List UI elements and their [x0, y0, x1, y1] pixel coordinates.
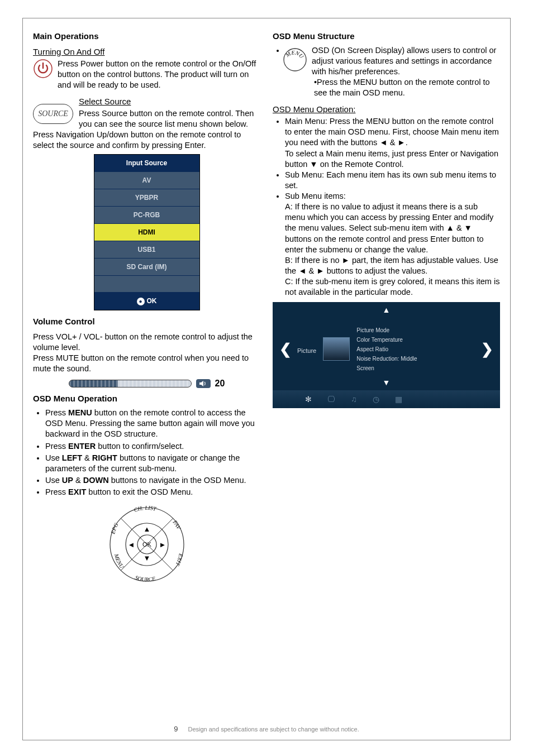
osd-preview-item: Picture Mode [356, 326, 417, 335]
osd-down-arrow-icon: ▼ [383, 378, 391, 387]
osd-preview-item: Aspect Ratio [356, 344, 417, 354]
osd-left-arrow-icon: ❮ [279, 341, 292, 358]
osd-structure-intro-list: MENU OSD (On Screen Display) allows user… [273, 45, 500, 99]
source-item-av: AV [94, 171, 199, 189]
osd-tab-display-icon: 🖵 [327, 395, 335, 404]
osd-preview-item: Screen [356, 363, 417, 373]
remote-chlist-label: CH. LIST [133, 505, 158, 513]
turning-on-off-heading: Turning On And Off [33, 46, 260, 58]
source-item-usb1: USB1 [94, 241, 199, 258]
osd-thumbnail-icon [323, 337, 350, 361]
osd-preview-panel: ▲ ❮ Picture Picture Mode Color Temperatu… [273, 302, 500, 408]
svg-text:◄: ◄ [127, 540, 135, 549]
osd-tab-picture-icon: ✻ [305, 395, 312, 404]
volume-value: 20 [215, 379, 225, 389]
source-item-sdcard: SD Card (IM) [94, 258, 199, 275]
osd-operation-list: Press MENU button on the remote control … [33, 408, 260, 497]
osd-op2-sub-menu-items: Sub Menu items: A: If there is no value … [285, 191, 500, 298]
select-source-heading: Select Source [79, 96, 260, 107]
svg-text:SOURCE: SOURCE [134, 575, 156, 583]
source-button-icon: SOURCE [33, 104, 73, 124]
osd-menu-operation-heading: OSD Menu Operation [33, 393, 260, 404]
input-source-menu: Input Source AV YPBPR PC-RGB HDMI USB1 S… [94, 154, 200, 310]
osd-menu-operation-heading-2: OSD Menu Operation: [273, 104, 500, 115]
svg-text:▼: ▼ [143, 554, 150, 562]
osd-preview-item: Color Temperature [356, 335, 417, 344]
osd-op2-main-menu: Main Menu: Press the MENU button on the … [285, 116, 500, 170]
volume-text-2: volume level. [33, 342, 260, 353]
source-item-blank [94, 275, 199, 292]
left-column: Main Operations Turning On And Off Press… [33, 31, 260, 721]
main-operations-heading: Main Operations [33, 31, 260, 42]
volume-text-3: Press MUTE button on the remote control … [33, 353, 260, 374]
volume-speaker-icon [196, 379, 211, 388]
remote-nav-cluster-icon: OK ▲ ▼ ◄ ► CH. LIST FAV E [97, 501, 197, 587]
page-footer: 9 Design and specifications are subject … [33, 721, 500, 733]
power-icon [33, 59, 53, 80]
right-column: OSD Menu Structure MENU OSD (On Screen D… [273, 31, 500, 721]
page-number: 9 [174, 725, 178, 733]
source-ok-row: ●OK [94, 292, 199, 310]
turning-block: Press Power button on the remote control… [33, 59, 260, 90]
svg-text:▲: ▲ [143, 525, 150, 533]
remote-source-label: SOURCE [134, 575, 156, 583]
turning-text: Press Power button on the remote control… [33, 59, 260, 90]
volume-control-heading: Volume Control [33, 316, 260, 327]
osd-op-item-left-right: Use LEFT & RIGHT buttons to navigate or … [45, 453, 260, 474]
source-item-pc-rgb: PC-RGB [94, 206, 199, 223]
footer-disclaimer: Design and specifications are subject to… [188, 726, 359, 733]
osd-operation-list-2: Main Menu: Press the MENU button on the … [273, 116, 500, 298]
osd-right-arrow-icon: ❯ [481, 341, 493, 358]
remote-menu-label: MENU [113, 553, 125, 570]
svg-text:MENU: MENU [113, 553, 125, 570]
svg-text:EPG: EPG [109, 522, 119, 535]
osd-menu-structure-heading: OSD Menu Structure [273, 31, 500, 42]
osd-op-item-up-down: Use UP & DOWN buttons to navigate in the… [45, 475, 260, 486]
ok-dot-icon: ● [137, 298, 145, 305]
volume-bar: 20 [33, 379, 260, 389]
source-ok-label: OK [147, 297, 157, 305]
svg-text:CH. LIST: CH. LIST [133, 505, 158, 513]
input-source-title: Input Source [94, 155, 199, 171]
osd-tab-bar: ✻ 🖵 ♫ ◷ ▦ [273, 390, 500, 408]
remote-exit-label: EXIT [174, 553, 184, 568]
remote-epg-label: EPG [109, 522, 119, 535]
osd-op2-sub-menu: Sub Menu: Each menu item has its own sub… [285, 170, 500, 191]
select-source-block: SOURCE Select Source Press Source button… [33, 96, 260, 130]
svg-text:EXIT: EXIT [174, 553, 184, 568]
volume-bar-track [69, 380, 192, 387]
osd-preview-item: Noise Reduction: Middle [356, 354, 417, 363]
select-source-text-1: Press Source button on the remote contro… [79, 108, 260, 130]
osd-category-label: Picture [297, 347, 316, 354]
svg-text:►: ► [159, 540, 166, 549]
osd-tab-apps-icon: ▦ [395, 395, 402, 404]
select-source-text-2: Press Navigation Up/down button on the r… [33, 130, 260, 151]
source-item-ypbpr: YPBPR [94, 189, 199, 206]
source-item-hdmi-selected: HDMI [94, 223, 199, 241]
menu-button-icon: MENU [283, 47, 307, 75]
osd-structure-p1: OSD (On Screen Display) allows users to … [312, 46, 496, 76]
osd-structure-p2: •Press the MENU button on the remote con… [285, 77, 500, 98]
osd-tab-time-icon: ◷ [373, 395, 379, 404]
osd-op-item-exit: Press EXIT button to exit the OSD Menu. [45, 487, 260, 497]
osd-tab-sound-icon: ♫ [351, 395, 357, 404]
osd-structure-intro-item: MENU OSD (On Screen Display) allows user… [285, 45, 500, 99]
osd-preview-items: Picture Mode Color Temperature Aspect Ra… [356, 326, 417, 373]
osd-op-item-menu: Press MENU button on the remote control … [45, 408, 260, 439]
osd-op-item-enter: Press ENTER button to confirm/select. [45, 441, 260, 452]
volume-text-1: Press VOL+ / VOL- button on the remote c… [33, 332, 260, 342]
